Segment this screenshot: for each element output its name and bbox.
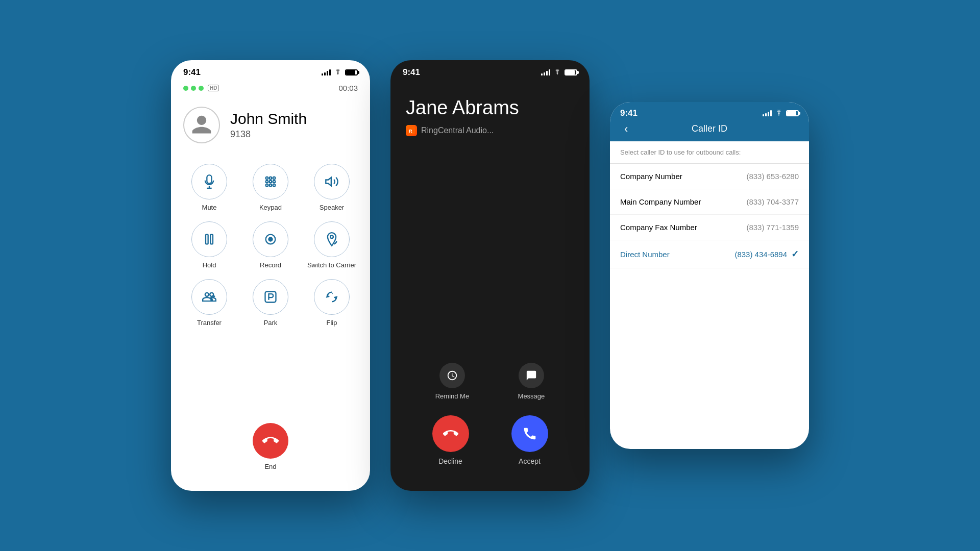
svg-point-3 [266, 181, 268, 183]
switch-carrier-button[interactable]: Switch to Carrier [304, 221, 360, 269]
signal-icon-3 [763, 110, 772, 116]
mute-icon [202, 174, 216, 189]
caller-id-main-company[interactable]: Main Company Number (833) 704-3377 [610, 189, 809, 215]
person-icon [190, 114, 213, 136]
accept-icon [522, 426, 537, 441]
speaker-icon [325, 174, 339, 189]
call-indicator: HD 00:03 [171, 82, 370, 96]
message-button[interactable]: Message [518, 363, 545, 400]
accept-button[interactable]: Accept [511, 415, 548, 465]
decline-circle [432, 415, 469, 452]
speaker-button[interactable]: Speaker [304, 164, 360, 211]
incoming-contact: Jane Abrams R RingCentral Audio... [390, 82, 590, 136]
signal-icon-2 [541, 69, 550, 76]
park-button[interactable]: Park [242, 279, 299, 327]
remind-icon-circle [439, 363, 465, 388]
ringcentral-badge: R RingCentral Audio... [406, 125, 574, 136]
hold-button[interactable]: Hold [181, 221, 237, 269]
call-timer: 00:03 [338, 84, 358, 92]
direct-right: (833) 434-6894 ✓ [734, 248, 799, 260]
battery-icon-2 [565, 69, 577, 76]
speaker-label: Speaker [320, 204, 344, 211]
svg-point-13 [330, 235, 333, 238]
main-company-right: (833) 704-3377 [746, 197, 799, 206]
record-label: Record [260, 261, 281, 269]
company-number-right: (833) 653-6280 [746, 172, 799, 181]
wifi-icon-1 [334, 69, 342, 77]
record-circle [253, 221, 288, 257]
end-section: End [171, 423, 370, 491]
svg-point-0 [266, 177, 268, 180]
message-icon [526, 370, 537, 381]
transfer-button[interactable]: Transfer [181, 279, 237, 327]
active-call-screen: 9:41 HD 00:03 [171, 60, 370, 491]
remind-label: Remind Me [435, 392, 469, 400]
carrier-icon [325, 232, 339, 246]
green-dot-1 [183, 86, 188, 91]
incoming-name: Jane Abrams [406, 97, 574, 119]
caller-id-screen: 9:41 ‹ Ca [610, 102, 809, 449]
svg-point-8 [273, 184, 276, 187]
flip-button[interactable]: Flip [304, 279, 360, 327]
end-call-icon [262, 433, 279, 449]
call-buttons: Decline Accept [390, 415, 590, 465]
svg-point-4 [270, 181, 272, 183]
contact-info: John Smith 9138 [230, 110, 307, 140]
end-button[interactable] [253, 423, 288, 459]
flip-circle [314, 279, 350, 315]
record-button[interactable]: Record [242, 221, 299, 269]
status-icons-2 [541, 69, 577, 77]
phone3-header: 9:41 ‹ Ca [610, 102, 809, 141]
park-label: Park [264, 319, 278, 327]
rc-icon: R [406, 125, 417, 136]
fax-name: Company Fax Number [620, 223, 697, 232]
remind-icon [447, 370, 458, 381]
company-number-value: (833) 653-6280 [746, 172, 799, 181]
decline-button[interactable]: Decline [432, 415, 469, 465]
wifi-icon-3 [775, 110, 783, 117]
hold-circle [191, 221, 227, 257]
message-label: Message [518, 392, 545, 400]
carrier-circle [314, 221, 350, 257]
keypad-label: Keypad [259, 204, 282, 211]
mute-label: Mute [202, 204, 217, 211]
park-icon [263, 290, 278, 304]
svg-point-2 [273, 177, 276, 180]
hold-label: Hold [203, 261, 216, 269]
record-icon [263, 232, 278, 246]
caller-id-title: Caller ID [692, 123, 727, 134]
contact-ext: 9138 [230, 129, 307, 140]
signal-icon-1 [322, 69, 331, 76]
battery-icon-3 [786, 110, 799, 116]
back-button[interactable]: ‹ [620, 120, 632, 138]
park-circle [253, 279, 288, 315]
wifi-icon-2 [553, 69, 561, 77]
message-icon-circle [519, 363, 544, 388]
svg-point-1 [270, 177, 272, 180]
status-time-1: 9:41 [183, 67, 201, 78]
caller-id-direct[interactable]: Direct Number (833) 434-6894 ✓ [610, 240, 809, 268]
speaker-circle [314, 164, 350, 199]
avatar [183, 107, 220, 143]
fax-right: (833) 771-1359 [746, 223, 799, 232]
flip-icon [325, 290, 339, 304]
green-dot-3 [199, 86, 204, 91]
actions-grid: Mute Keypad Speaker [171, 159, 370, 332]
caller-id-company-number[interactable]: Company Number (833) 653-6280 [610, 164, 809, 189]
mute-button[interactable]: Mute [181, 164, 237, 211]
check-icon: ✓ [791, 248, 799, 260]
hold-icon [202, 232, 216, 246]
svg-rect-10 [210, 235, 213, 244]
svg-point-7 [270, 184, 272, 187]
decline-label: Decline [438, 457, 462, 465]
remind-me-button[interactable]: Remind Me [435, 363, 469, 400]
main-company-name: Main Company Number [620, 197, 701, 206]
status-bar-3: 9:41 [620, 108, 799, 118]
keypad-button[interactable]: Keypad [242, 164, 299, 211]
caller-id-fax[interactable]: Company Fax Number (833) 771-1359 [610, 215, 809, 240]
caller-id-subtitle: Select caller ID to use for outbound cal… [610, 141, 809, 164]
caller-id-list: Company Number (833) 653-6280 Main Compa… [610, 164, 809, 268]
status-bar-1: 9:41 [171, 60, 370, 82]
hd-badge: HD [208, 85, 219, 91]
carrier-label: Switch to Carrier [307, 261, 356, 269]
